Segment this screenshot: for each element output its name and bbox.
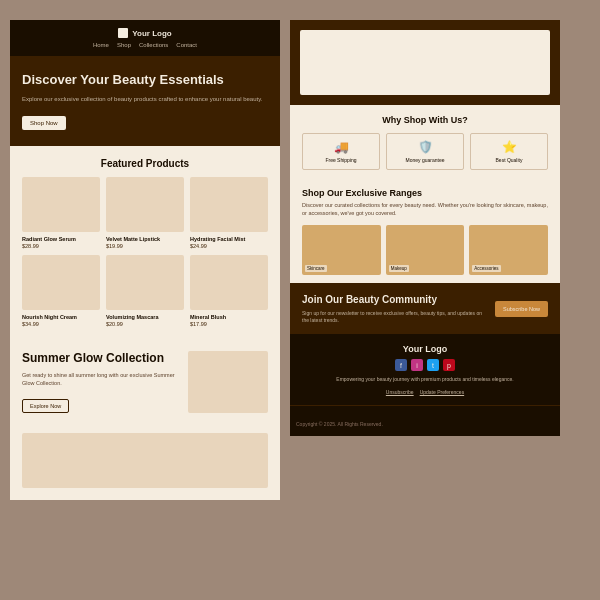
product-name-3: Hydrating Facial Mist [190,236,268,242]
product-card-4[interactable]: Nourish Night Cream $34.99 [22,255,100,327]
exclusive-img-1[interactable]: Skincare [302,225,381,275]
guarantee-icon: 🛡️ [418,140,433,154]
footer-unsubscribe[interactable]: Unsubscribe [386,389,414,395]
page-wrapper: Your Logo Home Shop Collections Contact … [10,20,590,500]
footer-socials: f i t p [395,359,455,371]
footer-preferences[interactable]: Update Preferences [420,389,464,395]
product-image-4 [22,255,100,310]
right-hero-section [290,20,560,105]
nav-contact[interactable]: Contact [176,42,197,48]
pinterest-icon[interactable]: p [443,359,455,371]
exclusive-section: Shop Our Exclusive Ranges Discover our c… [290,180,560,283]
exclusive-img-3[interactable]: Accessories [469,225,548,275]
summer-image [188,351,268,413]
community-section: Join Our Beauty Community Sign up for ou… [290,283,560,334]
summer-content: Summer Glow Collection Get ready to shin… [22,351,180,413]
product-name-5: Volumizing Mascara [106,314,184,320]
summer-description: Get ready to shine all summer long with … [22,372,180,387]
right-hero-image [300,30,550,95]
copyright-text: Copyright © 2025. All Rights Reserved. [296,421,383,427]
product-price-5: $20.99 [106,321,184,327]
right-column: Why Shop With Us? 🚚 Free Shipping 🛡️ Mon… [290,20,560,500]
facebook-icon[interactable]: f [395,359,407,371]
exclusive-title: Shop Our Exclusive Ranges [302,188,548,198]
why-title: Why Shop With Us? [302,115,548,125]
why-label-1: Free Shipping [325,157,356,163]
nav-logo: Your Logo [118,28,171,38]
product-image-6 [190,255,268,310]
community-content: Join Our Beauty Community Sign up for ou… [302,293,489,324]
hero-shop-button[interactable]: Shop Now [22,116,66,130]
logo-icon [118,28,128,38]
exclusive-img-2[interactable]: Makeup [386,225,465,275]
instagram-icon[interactable]: i [411,359,423,371]
nav-shop[interactable]: Shop [117,42,131,48]
product-image-1 [22,177,100,232]
bottom-image [22,433,268,488]
product-card-2[interactable]: Velvet Matte Lipstick $19.99 [106,177,184,249]
why-card-3: ⭐ Best Quality [470,133,548,170]
copyright-section: Copyright © 2025. All Rights Reserved. [290,405,560,436]
why-label-2: Money guarantee [406,157,445,163]
exclusive-grid: Skincare Makeup Accessories [302,225,548,275]
product-name-1: Radiant Glow Serum [22,236,100,242]
summer-section: Summer Glow Collection Get ready to shin… [10,339,280,425]
summer-explore-button[interactable]: Explore Now [22,399,69,413]
why-card-2: 🛡️ Money guarantee [386,133,464,170]
product-card-1[interactable]: Radiant Glow Serum $28.99 [22,177,100,249]
why-section: Why Shop With Us? 🚚 Free Shipping 🛡️ Mon… [290,105,560,180]
left-column: Your Logo Home Shop Collections Contact … [10,20,280,500]
hero-section: Discover Your Beauty Essentials Explore … [10,56,280,146]
navbar: Your Logo Home Shop Collections Contact [10,20,280,56]
product-name-2: Velvet Matte Lipstick [106,236,184,242]
community-description: Sign up for our newsletter to receive ex… [302,310,489,324]
product-price-2: $19.99 [106,243,184,249]
community-subscribe-button[interactable]: Subscribe Now [495,301,548,317]
logo-text: Your Logo [132,29,171,38]
product-price-4: $34.99 [22,321,100,327]
exclusive-description: Discover our curated collections for eve… [302,202,548,217]
products-grid: Radiant Glow Serum $28.99 Velvet Matte L… [22,177,268,327]
product-image-2 [106,177,184,232]
twitter-icon[interactable]: t [427,359,439,371]
footer-description: Empowering your beauty journey with prem… [336,376,513,384]
footer-links: Unsubscribe Update Preferences [386,389,464,395]
product-name-6: Mineral Blush [190,314,268,320]
exclusive-label-1: Skincare [305,265,327,272]
hero-description: Explore our exclusive collection of beau… [22,95,268,103]
product-price-3: $24.99 [190,243,268,249]
product-name-4: Nourish Night Cream [22,314,100,320]
product-card-5[interactable]: Volumizing Mascara $20.99 [106,255,184,327]
hero-title: Discover Your Beauty Essentials [22,72,268,89]
product-card-3[interactable]: Hydrating Facial Mist $24.99 [190,177,268,249]
footer: Your Logo f i t p Empowering your beauty… [290,334,560,405]
summer-title: Summer Glow Collection [22,351,180,367]
product-card-6[interactable]: Mineral Blush $17.99 [190,255,268,327]
featured-section: Featured Products Radiant Glow Serum $28… [10,146,280,339]
exclusive-label-3: Accessories [472,265,500,272]
nav-collections[interactable]: Collections [139,42,168,48]
why-cards: 🚚 Free Shipping 🛡️ Money guarantee ⭐ Bes… [302,133,548,170]
community-title: Join Our Beauty Community [302,293,489,306]
why-card-1: 🚚 Free Shipping [302,133,380,170]
why-label-3: Best Quality [496,157,523,163]
product-image-3 [190,177,268,232]
nav-home[interactable]: Home [93,42,109,48]
exclusive-label-2: Makeup [389,265,409,272]
product-image-5 [106,255,184,310]
product-price-1: $28.99 [22,243,100,249]
nav-links: Home Shop Collections Contact [93,42,197,48]
shipping-icon: 🚚 [334,140,349,154]
product-price-6: $17.99 [190,321,268,327]
footer-logo: Your Logo [403,344,447,354]
featured-title: Featured Products [22,158,268,169]
quality-icon: ⭐ [502,140,517,154]
bottom-image-section [10,425,280,500]
